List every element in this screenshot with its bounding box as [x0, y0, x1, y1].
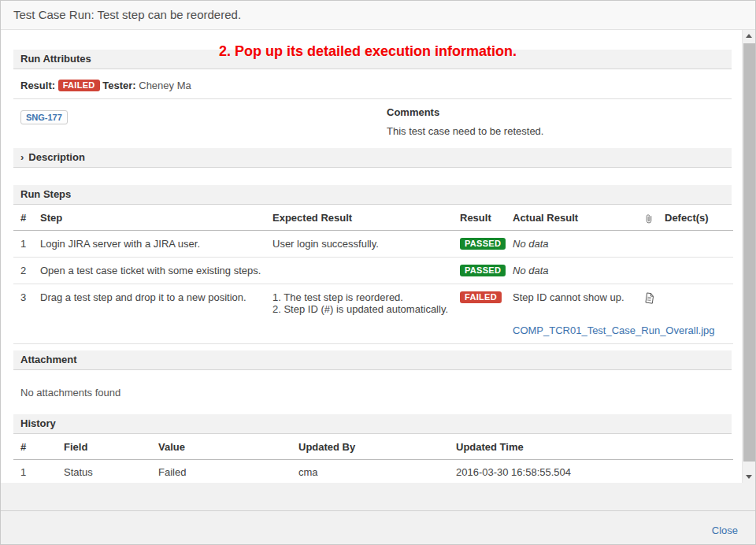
table-row: 1 Login JIRA server with a JIRA user. Us… — [13, 230, 733, 257]
step-actual: No data — [506, 257, 636, 284]
step-attachment-cell — [636, 230, 658, 257]
comments-column: Comments This test case need to be retes… — [387, 106, 732, 148]
step-defects-cell — [658, 257, 733, 284]
annotation-text: 2. Pop up its detailed execution informa… — [219, 43, 517, 60]
step-actual: No data — [506, 230, 636, 257]
col-step: Step — [33, 206, 265, 230]
dialog-body: 2. Pop up its detailed execution informa… — [1, 30, 755, 483]
col-defects: Defect(s) — [658, 206, 733, 230]
run-steps-table: # Step Expected Result Result Actual Res… — [13, 206, 733, 344]
col-updated-time: Updated Time — [449, 435, 733, 460]
history-updated-by: cma — [291, 459, 449, 483]
scroll-up-icon — [746, 34, 752, 38]
divider — [13, 98, 732, 99]
step-actual: Step ID cannot show up. COMP_TCR01_Test_… — [506, 284, 636, 343]
issue-key-column: SNG-177 — [13, 106, 387, 148]
step-expected: User login successfully. — [265, 230, 453, 257]
step-num: 1 — [13, 230, 33, 257]
step-result-badge: PASSED — [460, 265, 506, 276]
step-attachment-cell — [636, 257, 658, 284]
no-attachments-text: No attachments found — [20, 387, 732, 399]
tester-value: Cheney Ma — [139, 80, 191, 91]
table-row: 2 Open a test case ticket with some exis… — [13, 257, 733, 284]
step-expected — [265, 257, 453, 284]
history-updated-time: 2016-03-30 16:58:55.504 — [449, 459, 733, 483]
comments-text: This test case need to be retested. — [387, 125, 732, 137]
section-description-toggle[interactable]: › Description — [13, 148, 732, 168]
close-button[interactable]: Close — [712, 525, 738, 536]
vertical-scrollbar[interactable] — [742, 30, 755, 483]
col-actual: Actual Result — [506, 206, 636, 230]
history-table: # Field Value Updated By Updated Time 1 … — [13, 435, 733, 483]
scroll-down-icon — [746, 475, 752, 479]
section-run-steps: Run Steps — [13, 185, 732, 205]
step-num: 3 — [13, 284, 33, 343]
comments-heading: Comments — [387, 106, 732, 118]
step-text: Drag a test step and drop it to a new po… — [33, 284, 265, 343]
step-defects-cell — [658, 230, 733, 257]
section-attachment: Attachment — [13, 350, 732, 370]
attachment-file-link[interactable]: COMP_TCR01_Test_Case_Run_Overall.jpg — [513, 324, 633, 336]
attributes-columns: SNG-177 Comments This test case need to … — [13, 106, 732, 148]
col-num: # — [13, 435, 57, 460]
scrollbar-down-button[interactable] — [743, 470, 755, 483]
dialog-footer: Close — [1, 510, 755, 545]
result-status-badge: FAILED — [58, 80, 100, 91]
tester-label: Tester: — [102, 80, 135, 91]
step-actual-text: Step ID cannot show up. — [513, 291, 624, 303]
col-expected: Expected Result — [265, 206, 453, 230]
result-row: Result: FAILED Tester: Cheney Ma — [13, 79, 732, 92]
step-result-badge: PASSED — [460, 238, 506, 250]
step-expected: 1. The test step is reordered. 2. Step I… — [265, 284, 453, 343]
col-result: Result — [453, 206, 506, 230]
step-text: Open a test case ticket with some existi… — [33, 257, 265, 284]
col-updated-by: Updated By — [291, 435, 449, 460]
table-row: 1 Status Failed cma 2016-03-30 16:58:55.… — [13, 459, 733, 483]
col-field: Field — [57, 435, 151, 460]
test-case-run-dialog: Test Case Run: Test step can be reordere… — [0, 0, 756, 545]
step-text: Login JIRA server with a JIRA user. — [33, 230, 265, 257]
history-value: Failed — [151, 459, 291, 483]
history-num: 1 — [13, 459, 57, 483]
step-result-badge: FAILED — [460, 291, 502, 303]
issue-key-link[interactable]: SNG-177 — [20, 110, 68, 124]
section-history: History — [13, 414, 732, 434]
dialog-bottom-area: Close — [1, 483, 755, 545]
history-field: Status — [57, 459, 151, 483]
paperclip-icon — [636, 206, 658, 230]
run-steps-header-row: # Step Expected Result Result Actual Res… — [13, 206, 733, 230]
scrollbar-thumb[interactable] — [743, 43, 755, 462]
description-label: Description — [28, 148, 85, 167]
col-num: # — [13, 206, 33, 230]
scrollbar-up-button[interactable] — [743, 30, 755, 43]
expected-line: 1. The test step is reordered. — [272, 291, 450, 303]
table-row: 3 Drag a test step and drop it to a new … — [13, 284, 733, 343]
result-label: Result: — [20, 80, 55, 91]
col-value: Value — [151, 435, 291, 460]
step-num: 2 — [13, 257, 33, 284]
dialog-title: Test Case Run: Test step can be reordere… — [1, 1, 755, 30]
expected-line: 2. Step ID (#) is updated automatically. — [272, 303, 450, 315]
chevron-right-icon: › — [20, 148, 24, 167]
history-header-row: # Field Value Updated By Updated Time — [13, 435, 733, 460]
